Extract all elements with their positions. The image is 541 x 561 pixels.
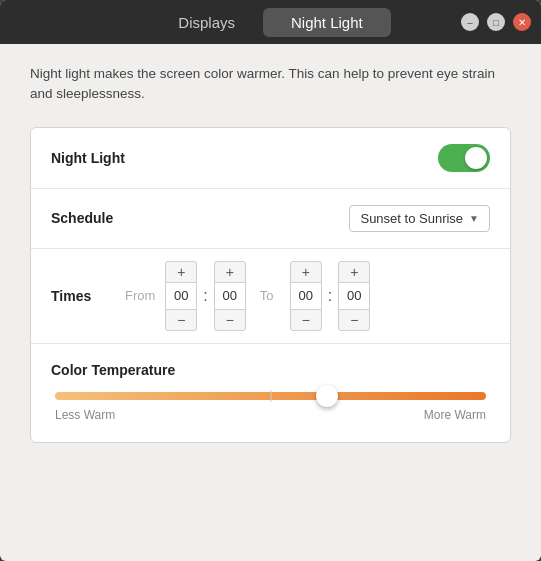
night-light-row: Night Light (31, 128, 510, 189)
from-hour-down-button[interactable]: − (165, 309, 197, 331)
dropdown-arrow-icon: ▼ (469, 213, 479, 224)
from-minute-down-button[interactable]: − (214, 309, 246, 331)
to-hour-up-button[interactable]: + (290, 261, 322, 283)
to-minute-value: 00 (338, 283, 370, 309)
to-colon: : (328, 287, 332, 305)
maximize-button[interactable]: □ (487, 13, 505, 31)
times-inner: Times From + 00 − : + (51, 261, 490, 331)
from-hour-value: 00 (165, 283, 197, 309)
to-spinners: + 00 − : + 00 − (290, 261, 370, 331)
to-minute-down-button[interactable]: − (338, 309, 370, 331)
tab-group: Displays Night Light (150, 8, 390, 37)
slider-labels: Less Warm More Warm (55, 408, 486, 422)
tab-night-light[interactable]: Night Light (263, 8, 391, 37)
to-label: To (260, 288, 280, 303)
titlebar: Displays Night Light – □ ✕ (0, 0, 541, 44)
close-button[interactable]: ✕ (513, 13, 531, 31)
toggle-thumb (465, 147, 487, 169)
from-minute-value: 00 (214, 283, 246, 309)
color-temp-slider-container: Less Warm More Warm (55, 392, 486, 422)
color-temperature-row: Color Temperature Less Warm More Warm (31, 344, 510, 442)
schedule-row: Schedule Sunset to Sunrise ▼ (31, 189, 510, 249)
to-group: To + 00 − : + 00 − (260, 261, 370, 331)
times-label: Times (51, 288, 111, 304)
less-warm-label: Less Warm (55, 408, 115, 422)
window: Displays Night Light – □ ✕ Night light m… (0, 0, 541, 561)
settings-card: Night Light Schedule Sunset to Sunrise ▼ (30, 127, 511, 443)
to-hour-value: 00 (290, 283, 322, 309)
to-minute-up-button[interactable]: + (338, 261, 370, 283)
from-colon: : (203, 287, 207, 305)
from-minute-up-button[interactable]: + (214, 261, 246, 283)
from-hour-up-button[interactable]: + (165, 261, 197, 283)
times-row: Times From + 00 − : + (31, 249, 510, 344)
to-hour-spinner: + 00 − (290, 261, 322, 331)
to-minute-spinner: + 00 − (338, 261, 370, 331)
schedule-dropdown[interactable]: Sunset to Sunrise ▼ (349, 205, 490, 232)
schedule-value: Sunset to Sunrise (360, 211, 463, 226)
description-text: Night light makes the screen color warme… (30, 64, 511, 105)
night-light-label: Night Light (51, 150, 125, 166)
from-spinners: + 00 − : + 00 − (165, 261, 245, 331)
color-temp-slider-track[interactable] (55, 392, 486, 400)
from-group: From + 00 − : + 00 − (125, 261, 246, 331)
from-hour-spinner: + 00 − (165, 261, 197, 331)
more-warm-label: More Warm (424, 408, 486, 422)
night-light-toggle[interactable] (438, 144, 490, 172)
color-temp-label: Color Temperature (51, 362, 490, 378)
tab-displays[interactable]: Displays (150, 8, 263, 37)
minimize-button[interactable]: – (461, 13, 479, 31)
slider-tick (270, 390, 271, 402)
to-hour-down-button[interactable]: − (290, 309, 322, 331)
toggle-track[interactable] (438, 144, 490, 172)
content-area: Night light makes the screen color warme… (0, 44, 541, 473)
window-controls: – □ ✕ (461, 13, 531, 31)
from-label: From (125, 288, 155, 303)
schedule-label: Schedule (51, 210, 113, 226)
from-minute-spinner: + 00 − (214, 261, 246, 331)
color-temp-slider-thumb[interactable] (316, 385, 338, 407)
